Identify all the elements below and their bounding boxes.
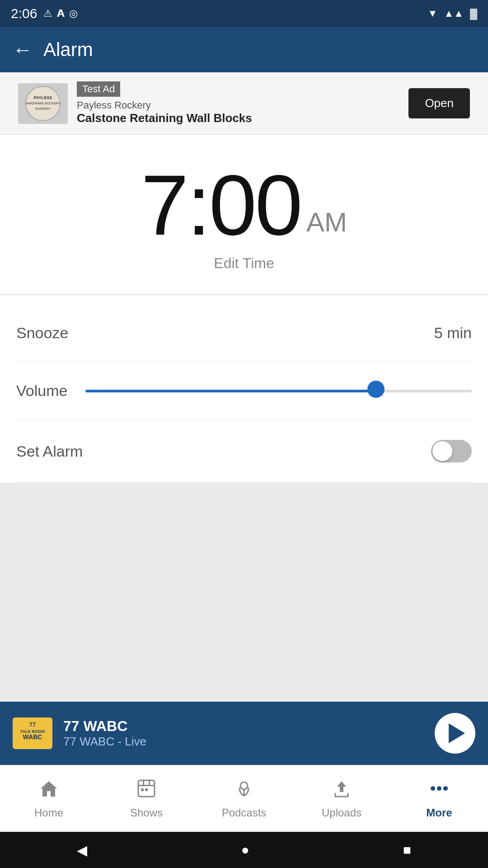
nav-label-home: Home (34, 807, 63, 819)
volume-fill (85, 390, 375, 392)
bottom-nav: Home Shows Podcasts Uploads More (0, 765, 488, 832)
status-time: 2:06 (11, 6, 37, 21)
nav-label-uploads: Uploads (322, 807, 361, 819)
nav-item-podcasts[interactable]: Podcasts (195, 765, 293, 832)
system-home-button[interactable]: ● (241, 842, 249, 858)
system-recent-button[interactable]: ■ (403, 842, 411, 858)
svg-point-14 (240, 782, 248, 789)
system-nav: ◀ ● ■ (0, 832, 488, 868)
main-content: 7:00 AM Edit Time Snooze 5 min Volume Se… (0, 135, 488, 702)
volume-row: Volume (16, 362, 472, 420)
status-bar: 2:06 ⚠ 𝗔 ◎ ▼ ▲▲ ▓ (0, 0, 488, 27)
signal-icon: ▲▲ (444, 8, 464, 19)
edit-time-link[interactable]: Edit Time (214, 255, 274, 272)
nav-item-shows[interactable]: Shows (98, 765, 195, 832)
svg-text:77: 77 (29, 721, 36, 728)
svg-rect-9 (138, 785, 155, 786)
clock-period: AM (306, 209, 347, 236)
nav-label-more: More (426, 807, 452, 819)
home-icon (39, 778, 59, 803)
clock-minute: 00 (209, 157, 301, 253)
nav-label-shows: Shows (130, 807, 163, 819)
volume-thumb[interactable] (367, 381, 385, 398)
clock-hour: 7 (141, 157, 187, 253)
nav-item-home[interactable]: Home (0, 765, 98, 832)
more-icon (429, 778, 449, 803)
svg-point-17 (437, 786, 441, 791)
clock-time-value: 7:00 (141, 162, 301, 248)
battery-icon: ▓ (470, 8, 477, 19)
svg-rect-11 (149, 780, 150, 785)
svg-point-18 (443, 786, 448, 791)
toggle-knob (432, 441, 452, 461)
set-alarm-label: Set Alarm (16, 443, 83, 460)
ad-test-label: Test Ad (77, 81, 120, 97)
content-spacer (0, 483, 488, 702)
station-name: 77 WABC (63, 718, 424, 735)
svg-text:WABC: WABC (23, 733, 42, 741)
ad-title: Calstone Retaining Wall Blocks (77, 111, 399, 125)
nav-label-podcasts: Podcasts (222, 807, 267, 819)
podcasts-icon (234, 778, 254, 803)
warning-icon: ⚠ (43, 8, 52, 19)
set-alarm-row[interactable]: Set Alarm (16, 420, 472, 483)
player-bar: 77 TALK RADIO WABC 77 WABC 77 WABC - Liv… (0, 702, 488, 765)
nav-item-uploads[interactable]: Uploads (293, 765, 390, 832)
divider-1 (0, 294, 488, 295)
volume-slider[interactable] (85, 389, 472, 393)
svg-rect-10 (143, 780, 144, 785)
svg-text:NURSERY: NURSERY (35, 107, 51, 110)
svg-rect-12 (141, 788, 144, 791)
play-button[interactable] (435, 713, 475, 754)
snooze-value: 5 min (434, 324, 472, 342)
volume-track (85, 390, 472, 392)
shows-icon (136, 778, 156, 803)
svg-point-16 (431, 786, 435, 791)
ad-text: Test Ad Payless Rockery Calstone Retaini… (77, 81, 399, 125)
station-logo: 77 TALK RADIO WABC (13, 717, 52, 749)
uploads-icon (332, 778, 352, 803)
a-icon: 𝗔 (57, 8, 65, 19)
settings-section: Snooze 5 min Volume Set Alarm (0, 304, 488, 483)
top-bar: ← Alarm (0, 27, 488, 72)
wifi-icon: ▼ (428, 8, 438, 19)
player-subtitle: 77 WABC - Live (63, 735, 424, 749)
ad-company: Payless Rockery (77, 99, 399, 111)
clock-section: 7:00 AM Edit Time (0, 135, 488, 285)
volume-label: Volume (16, 382, 67, 400)
play-icon (449, 723, 465, 743)
nav-item-more[interactable]: More (390, 765, 488, 832)
set-alarm-toggle[interactable] (431, 440, 472, 462)
system-back-button[interactable]: ◀ (77, 842, 87, 858)
snooze-row[interactable]: Snooze 5 min (16, 304, 472, 362)
svg-text:PAYLESS: PAYLESS (34, 95, 52, 100)
svg-text:HARDWARE-ROCKERY: HARDWARE-ROCKERY (25, 102, 61, 105)
svg-rect-13 (145, 788, 148, 791)
clock-display: 7:00 AM (141, 162, 347, 248)
ad-open-button[interactable]: Open (408, 88, 470, 118)
player-info: 77 WABC 77 WABC - Live (63, 718, 424, 749)
ad-banner: PAYLESS HARDWARE-ROCKERY NURSERY Test Ad… (0, 72, 488, 135)
back-button[interactable]: ← (13, 38, 33, 61)
circle-icon: ◎ (69, 8, 78, 19)
snooze-label: Snooze (16, 324, 68, 342)
clock-separator: : (187, 157, 209, 253)
page-title: Alarm (43, 39, 93, 61)
ad-logo: PAYLESS HARDWARE-ROCKERY NURSERY (18, 83, 68, 124)
